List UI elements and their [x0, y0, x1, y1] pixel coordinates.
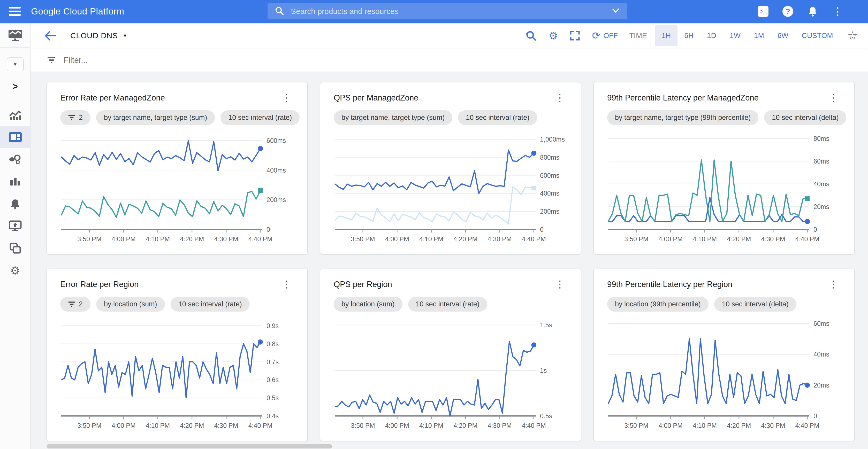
line-chart[interactable]: 0200ms400ms600ms800ms1,000ms3:50 PM4:00 … [334, 129, 567, 246]
filter-icon [68, 115, 75, 121]
chart-menu-kebab-icon[interactable]: ⋮ [826, 93, 841, 102]
settings-gear-icon[interactable]: ⚙ [549, 31, 558, 41]
dashboard-name: CLOUD DNS [70, 31, 118, 40]
svg-text:4:20 PM: 4:20 PM [180, 235, 204, 243]
svg-text:4:20 PM: 4:20 PM [454, 235, 477, 243]
svg-text:0: 0 [267, 226, 270, 233]
svg-text:4:20 PM: 4:20 PM [454, 422, 477, 429]
svg-text:0.7s: 0.7s [267, 358, 279, 365]
svg-text:200ms: 200ms [540, 208, 559, 215]
left-sidebar: ▾ > ⚙ [0, 23, 31, 449]
chart-menu-kebab-icon[interactable]: ⋮ [279, 280, 294, 289]
filter-count-chip[interactable]: 2 [60, 297, 90, 312]
sidebar-item-services[interactable] [0, 148, 30, 170]
svg-text:4:10 PM: 4:10 PM [693, 422, 717, 429]
sidebar-item-dashboards[interactable] [0, 126, 30, 148]
metrics-explorer-icon [9, 109, 22, 121]
sidebar-item-groups[interactable] [0, 237, 30, 259]
search-input[interactable] [291, 7, 611, 16]
menu-hamburger-icon[interactable] [9, 7, 21, 16]
svg-text:4:40 PM: 4:40 PM [248, 422, 273, 429]
interval-chip[interactable]: 10 sec interval (rate) [220, 110, 300, 125]
line-chart[interactable]: 0.4s0.5s0.6s0.7s0.8s0.9s3:50 PM4:00 PM4:… [60, 315, 294, 432]
aggregation-chip[interactable]: by location (sum) [96, 297, 165, 312]
svg-text:3:50 PM: 3:50 PM [77, 235, 101, 243]
caret-down-icon: ▾ [124, 32, 127, 39]
more-kebab-icon[interactable]: ⋮ [832, 6, 843, 17]
svg-text:800ms: 800ms [540, 154, 559, 161]
sidebar-item-alerting[interactable] [0, 193, 30, 215]
svg-text:80ms: 80ms [813, 135, 829, 142]
dashboard-name-dropdown[interactable]: CLOUD DNS ▾ [70, 31, 127, 40]
svg-text:4:10 PM: 4:10 PM [419, 235, 443, 243]
svg-text:40ms: 40ms [813, 351, 829, 358]
line-chart[interactable]: 020ms40ms60ms3:50 PM4:00 PM4:10 PM4:20 P… [607, 315, 841, 432]
svg-text:4:00 PM: 4:00 PM [659, 422, 683, 429]
search-bar[interactable] [268, 3, 627, 20]
cloud-shell-icon[interactable]: >_ [757, 6, 769, 17]
search-chevron-down-icon[interactable] [611, 8, 620, 15]
back-arrow-icon[interactable] [44, 31, 56, 41]
help-icon[interactable]: ? [782, 6, 794, 17]
time-range-6h[interactable]: 6H [678, 25, 700, 46]
time-range-custom[interactable]: CUSTOM [795, 25, 840, 46]
line-chart[interactable]: 0.5s1s1.5s3:50 PM4:00 PM4:10 PM4:20 PM4:… [334, 315, 567, 432]
aggregation-chip[interactable]: by target name, target type (sum) [96, 110, 215, 125]
svg-text:4:30 PM: 4:30 PM [214, 422, 238, 429]
aggregation-chip[interactable]: by target name, target type (sum) [334, 110, 452, 125]
time-range-1m[interactable]: 1M [747, 25, 771, 46]
chart-menu-kebab-icon[interactable]: ⋮ [552, 93, 567, 102]
sidebar-item-uptime-bars[interactable] [0, 170, 30, 193]
sidebar-item-uptime-checks[interactable] [0, 215, 30, 237]
interval-chip[interactable]: 10 sec interval (delta) [764, 110, 846, 125]
svg-text:4:10 PM: 4:10 PM [146, 422, 170, 429]
time-range-6w[interactable]: 6W [771, 25, 795, 46]
auto-refresh-toggle[interactable]: ⟳ OFF [592, 31, 618, 40]
dashboard-filter-input[interactable] [64, 56, 426, 65]
aggregation-chip[interactable]: by location (sum) [334, 297, 402, 312]
sidebar-item-settings[interactable]: ⚙ [0, 259, 30, 282]
svg-text:4:40 PM: 4:40 PM [522, 422, 546, 429]
alerting-bell-icon [9, 198, 21, 210]
chart-menu-kebab-icon[interactable]: ⋮ [826, 280, 841, 289]
interval-chip[interactable]: 10 sec interval (delta) [714, 297, 797, 312]
sidebar-item-metrics-explorer[interactable] [0, 104, 30, 126]
chart-title: Error Rate per Region [60, 280, 138, 289]
svg-text:60ms: 60ms [813, 158, 829, 165]
svg-text:4:10 PM: 4:10 PM [693, 235, 717, 243]
time-range-1d[interactable]: 1D [700, 25, 723, 46]
refresh-state: OFF [603, 32, 618, 40]
svg-text:400ms: 400ms [267, 167, 286, 174]
svg-text:0.5s: 0.5s [267, 394, 279, 402]
line-chart[interactable]: 0200ms400ms600ms3:50 PM4:00 PM4:10 PM4:2… [60, 129, 294, 246]
line-chart[interactable]: 020ms40ms60ms80ms3:50 PM4:00 PM4:10 PM4:… [607, 129, 841, 246]
expand-panel-arrow[interactable]: > [0, 75, 30, 98]
chart-menu-kebab-icon[interactable]: ⋮ [279, 93, 294, 102]
filter-count-chip[interactable]: 2 [60, 110, 90, 125]
svg-text:0.6s: 0.6s [267, 376, 279, 383]
chart-title: 99th Percentile Latency per ManagedZone [607, 93, 759, 102]
chart-title: QPS per Region [334, 280, 392, 289]
star-icon[interactable]: ☆ [847, 30, 858, 41]
workspace-dropdown[interactable]: ▾ [0, 53, 30, 75]
svg-text:4:30 PM: 4:30 PM [488, 422, 512, 429]
time-range-1w[interactable]: 1W [723, 25, 747, 46]
svg-text:200ms: 200ms [267, 196, 286, 203]
zoom-reset-icon[interactable] [525, 30, 537, 41]
interval-chip[interactable]: 10 sec interval (rate) [170, 297, 250, 312]
notifications-bell-icon[interactable] [807, 6, 818, 17]
horizontal-scrollbar[interactable] [46, 444, 332, 448]
aggregation-chip[interactable]: by location (99th percentile) [607, 297, 709, 312]
aggregation-chip[interactable]: by target name, target type (99th percen… [607, 110, 758, 125]
svg-text:0.4s: 0.4s [267, 412, 279, 420]
charts-grid: Error Rate per ManagedZone ⋮ 2 by target… [46, 82, 855, 441]
svg-text:1s: 1s [540, 367, 547, 374]
interval-chip[interactable]: 10 sec interval (rate) [458, 110, 537, 125]
fullscreen-icon[interactable] [570, 31, 580, 41]
chart-menu-kebab-icon[interactable]: ⋮ [552, 280, 567, 289]
time-range-1h[interactable]: 1H [655, 25, 678, 46]
svg-text:0.8s: 0.8s [267, 340, 279, 348]
app-header: Google Cloud Platform >_ ? ⋮ [0, 0, 868, 23]
settings-gear-icon: ⚙ [10, 264, 20, 277]
interval-chip[interactable]: 10 sec interval (rate) [408, 297, 487, 312]
